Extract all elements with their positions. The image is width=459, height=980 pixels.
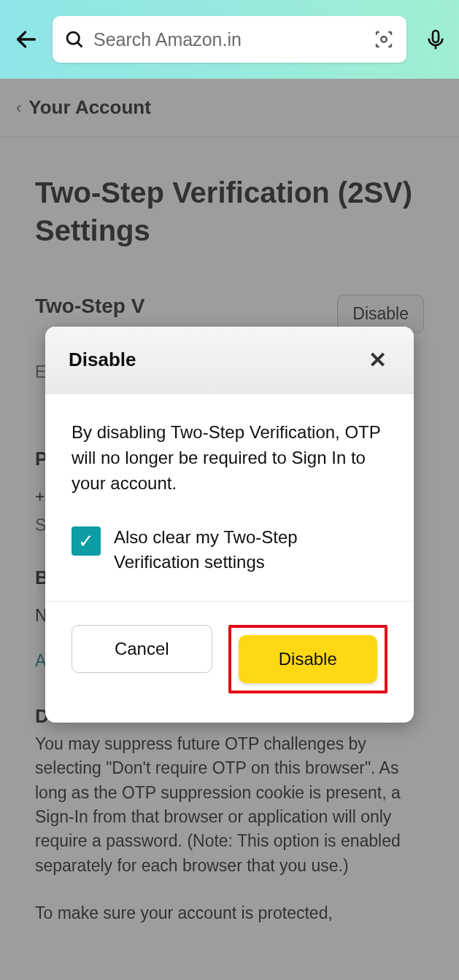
dialog-text: By disabling Two-Step Verification, OTP … xyxy=(72,420,387,496)
dialog-header: Disable ✕ xyxy=(45,327,414,394)
camera-lens-icon[interactable] xyxy=(373,28,395,50)
disable-button[interactable]: Disable xyxy=(239,635,378,683)
mic-icon[interactable] xyxy=(424,28,447,51)
svg-line-2 xyxy=(77,42,82,47)
disable-button-highlight: Disable xyxy=(228,625,388,693)
arrow-left-icon xyxy=(14,27,39,52)
svg-rect-4 xyxy=(433,31,439,42)
disable-dialog: Disable ✕ By disabling Two-Step Verifica… xyxy=(45,327,414,723)
svg-point-1 xyxy=(67,32,79,44)
dialog-title: Disable xyxy=(69,349,136,371)
checkbox-label: Also clear my Two-Step Verification sett… xyxy=(114,525,387,574)
clear-settings-checkbox[interactable]: ✓ xyxy=(72,526,101,556)
search-icon xyxy=(64,29,85,50)
check-icon: ✓ xyxy=(78,532,94,551)
search-input[interactable]: Search Amazon.in xyxy=(53,16,406,63)
search-placeholder: Search Amazon.in xyxy=(93,29,364,50)
back-button[interactable] xyxy=(12,25,41,54)
clear-settings-option[interactable]: ✓ Also clear my Two-Step Verification se… xyxy=(72,525,387,574)
app-header: Search Amazon.in xyxy=(0,0,459,79)
close-icon[interactable]: ✕ xyxy=(364,347,390,373)
dialog-body: By disabling Two-Step Verification, OTP … xyxy=(45,394,414,575)
cancel-button[interactable]: Cancel xyxy=(72,625,212,673)
dialog-actions: Cancel Disable xyxy=(45,601,414,723)
svg-point-3 xyxy=(381,36,387,42)
